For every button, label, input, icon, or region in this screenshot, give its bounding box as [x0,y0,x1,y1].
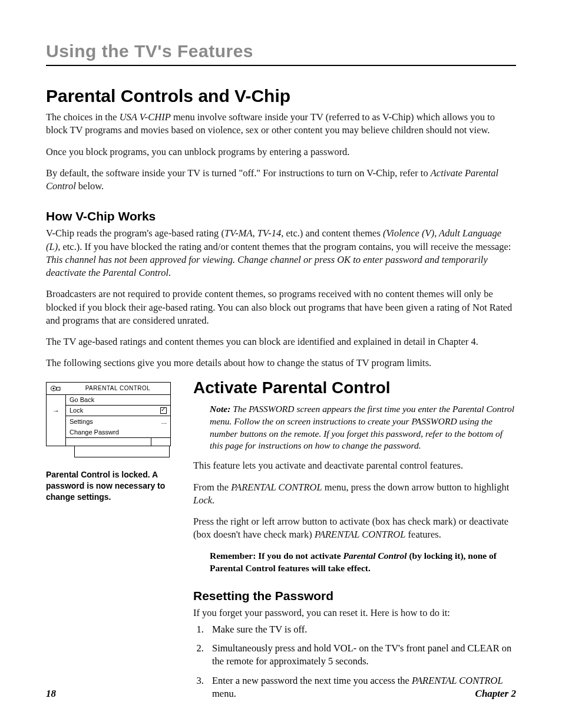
reset-step-2: Simultaneously press and hold VOL- on th… [206,642,516,668]
menu-item-go-back: Go Back [70,396,94,403]
subheading-reset-password: Resetting the Password [193,589,516,603]
intro-paragraph-3: By default, the software inside your TV … [46,167,516,193]
page-number: 18 [46,688,56,700]
activate-paragraph-3: Press the right or left arrow button to … [193,515,516,542]
how-paragraph-2: Broadcasters are not required to provide… [46,288,516,327]
figure-column: PARENTAL CONTROL Go Back → Lock Se [46,378,176,503]
note-block: Note: The PASSWORD screen appears the fi… [210,403,516,453]
chapter-heading: Using the TV's Features [46,41,516,61]
arrow-right-icon: → [47,406,65,416]
activate-paragraph-2: From the PARENTAL CONTROL menu, press th… [193,481,516,508]
remember-block: Remember: If you do not activate Parenta… [210,550,516,575]
svg-point-1 [52,387,54,389]
right-text-column: Activate Parental Control Note: The PASS… [193,378,516,706]
section-heading-parental: Parental Controls and V-Chip [46,86,516,106]
figure-caption: Parental Control is locked. A password i… [46,469,170,503]
subheading-how-vchip: How V-Chip Works [46,209,516,223]
how-paragraph-4: The following sections give you more det… [46,357,516,370]
activate-paragraph-1: This feature lets you activate and deact… [193,459,516,472]
how-paragraph-1: V-Chip reads the program's age-based rat… [46,227,516,279]
parental-control-menu-figure: PARENTAL CONTROL Go Back → Lock Se [46,382,171,446]
intro-paragraph-2: Once you block programs, you can unblock… [46,146,516,159]
heading-rule [46,65,516,66]
reset-intro: If you forget your password, you can res… [193,607,516,620]
menu-title: PARENTAL CONTROL [65,385,170,391]
intro-paragraph-1: The choices in the USA V-CHIP menu invol… [46,111,516,137]
lock-checkbox-icon [160,407,167,414]
menu-item-lock: Lock [70,407,83,414]
how-paragraph-3: The TV age-based ratings and content the… [46,335,516,348]
section-heading-activate: Activate Parental Control [193,378,516,397]
menu-item-change-password: Change Passwrd [70,429,119,436]
menu-callout-box [74,446,170,457]
chapter-label: Chapter 2 [475,688,516,700]
page-footer: 18 Chapter 2 [46,688,516,700]
svg-rect-2 [57,387,60,390]
menu-item-settings: Settings [70,418,93,425]
reset-step-1: Make sure the TV is off. [206,623,516,636]
eye-lock-icon [47,383,65,394]
menu-item-settings-ellipsis: ... [161,418,167,425]
manual-page: Using the TV's Features Parental Control… [0,0,562,728]
